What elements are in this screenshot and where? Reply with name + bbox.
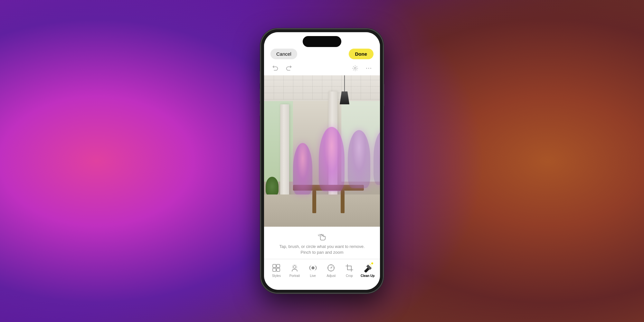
cancel-button[interactable]: Cancel bbox=[270, 49, 297, 59]
svg-point-0 bbox=[354, 67, 356, 69]
auto-enhance-button[interactable] bbox=[350, 63, 360, 73]
svg-point-11 bbox=[312, 267, 314, 269]
person-ghost-2 bbox=[319, 127, 345, 191]
adjust-icon bbox=[326, 263, 336, 273]
live-icon bbox=[308, 263, 318, 273]
tool-cleanup[interactable]: Clean Up bbox=[360, 263, 376, 278]
tool-crop[interactable]: Crop bbox=[341, 263, 357, 278]
live-label: Live bbox=[310, 274, 316, 278]
edit-toolbar bbox=[264, 61, 380, 75]
cleanup-icon-wrapper bbox=[363, 263, 373, 273]
people-overlay bbox=[283, 111, 374, 201]
cleanup-label: Clean Up bbox=[361, 274, 374, 278]
phone-screen: Cancel Done bbox=[264, 32, 380, 290]
cafe-background bbox=[264, 75, 380, 227]
lamp-cord bbox=[344, 75, 345, 91]
phone-body: Cancel Done bbox=[261, 29, 383, 293]
svg-point-9 bbox=[292, 265, 297, 269]
brush-hand-icon bbox=[317, 230, 327, 241]
svg-rect-6 bbox=[273, 268, 276, 271]
styles-icon bbox=[271, 263, 281, 273]
styles-label: Styles bbox=[272, 274, 281, 278]
dynamic-island bbox=[303, 36, 341, 47]
instruction-text: Tap, brush, or circle what you want to r… bbox=[279, 244, 365, 255]
svg-point-13 bbox=[331, 268, 332, 269]
photo-canvas[interactable] bbox=[264, 75, 380, 227]
more-options-button[interactable] bbox=[364, 63, 374, 73]
phone-device: Cancel Done bbox=[261, 29, 383, 293]
tool-adjust[interactable]: Adjust bbox=[323, 263, 339, 278]
svg-rect-4 bbox=[273, 264, 276, 268]
svg-rect-5 bbox=[277, 264, 280, 268]
svg-rect-14 bbox=[347, 266, 351, 270]
tool-styles[interactable]: Styles bbox=[268, 263, 284, 278]
person-ghost-1 bbox=[293, 143, 312, 194]
svg-point-1 bbox=[366, 68, 367, 69]
ceiling bbox=[264, 75, 380, 101]
done-button[interactable]: Done bbox=[349, 49, 374, 59]
ceiling-grid bbox=[264, 75, 380, 99]
svg-point-8 bbox=[293, 266, 296, 268]
active-indicator bbox=[371, 262, 373, 264]
adjust-label: Adjust bbox=[327, 274, 336, 278]
tool-live[interactable]: Live bbox=[305, 263, 321, 278]
lamp-shade bbox=[340, 91, 349, 104]
person-ghost-3 bbox=[348, 130, 370, 188]
instruction-area: Tap, brush, or circle what you want to r… bbox=[264, 227, 380, 259]
portrait-icon bbox=[290, 263, 299, 273]
redo-button[interactable] bbox=[284, 63, 294, 73]
svg-point-3 bbox=[370, 68, 371, 69]
tool-portrait[interactable]: Portrait bbox=[287, 263, 303, 278]
plant-leaves bbox=[266, 177, 279, 196]
hanging-lamp bbox=[340, 75, 349, 104]
undo-button[interactable] bbox=[270, 63, 280, 73]
crop-icon bbox=[345, 263, 354, 273]
crop-label: Crop bbox=[346, 274, 353, 278]
svg-point-2 bbox=[368, 68, 369, 69]
svg-rect-7 bbox=[277, 268, 280, 271]
bottom-toolbar: Styles Portrait bbox=[264, 259, 380, 290]
portrait-label: Portrait bbox=[289, 274, 300, 278]
